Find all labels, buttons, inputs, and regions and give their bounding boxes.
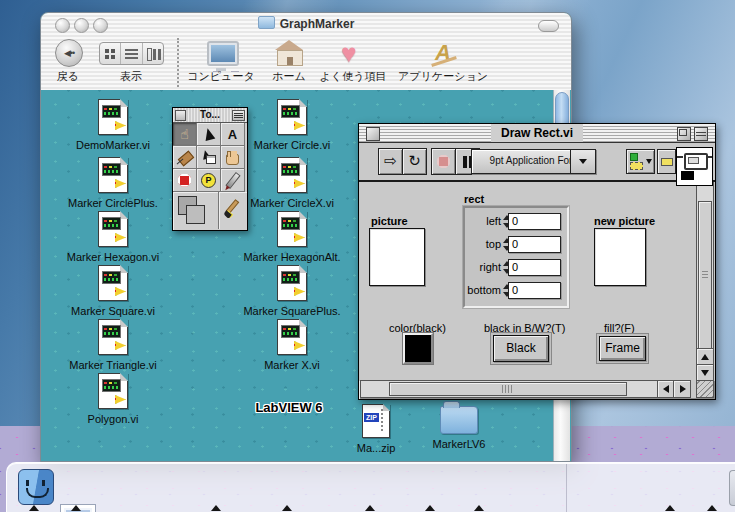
file-label: Marker Triangle.vi: [41, 359, 188, 371]
column-view-icon[interactable]: [143, 43, 163, 64]
running-indicator: [665, 505, 675, 511]
home-icon[interactable]: [277, 50, 303, 66]
file-icon-polygon[interactable]: Polygon.vi: [41, 373, 188, 425]
vi-file-icon: [277, 265, 307, 301]
rect-field-row: top 0: [465, 236, 561, 253]
bw-label: black in B/W?(T): [484, 322, 565, 334]
vi-icon-pane[interactable]: [676, 147, 713, 186]
desktop-screen: GraphMarker ◀•• 戻る 表示 コンピュータ ホーム ♥ よく使う項…: [0, 0, 735, 512]
frame-button[interactable]: Frame: [599, 336, 646, 361]
back-button[interactable]: ◀••: [55, 39, 83, 67]
font-selector[interactable]: 9pt Application Font: [471, 149, 596, 174]
icon-view-icon[interactable]: [100, 43, 121, 64]
right-field[interactable]: 0: [508, 259, 561, 276]
run-button[interactable]: ⇨: [378, 148, 403, 175]
close-box[interactable]: [366, 127, 380, 141]
operate-value-tool[interactable]: ☝: [173, 123, 197, 146]
abort-button[interactable]: [431, 148, 456, 175]
set-color-tool[interactable]: [173, 192, 219, 229]
probe-icon: P: [201, 173, 216, 188]
file-icon-demomarker[interactable]: DemoMarker.vi: [41, 99, 188, 151]
vi-file-icon: [277, 319, 307, 355]
file-label: Marker HexagonAlt.: [217, 251, 367, 263]
file-icon-marker-triangle[interactable]: Marker Triangle.vi: [41, 319, 188, 371]
field-name: left: [486, 215, 501, 227]
favorites-heart-icon[interactable]: ♥: [341, 41, 356, 65]
vertical-scroll-thumb[interactable]: [698, 201, 712, 349]
align-icon: [630, 153, 638, 161]
palette-title: To...: [200, 109, 220, 120]
toolbar-toggle-button[interactable]: [538, 20, 559, 32]
finder-window-chrome: GraphMarker ◀•• 戻る 表示 コンピュータ ホーム ♥ よく使う項…: [41, 13, 571, 91]
partial-dock-icon[interactable]: [729, 470, 735, 506]
breakpoint-tool[interactable]: [173, 169, 197, 192]
file-icon-marker-square[interactable]: Marker Square.vi: [41, 265, 188, 317]
rect-cluster: left 0 top 0 right 0 bottom 0: [463, 206, 569, 308]
wire-tool[interactable]: [173, 146, 197, 169]
running-indicator: [211, 505, 221, 511]
zoom-box[interactable]: [677, 127, 691, 141]
folder-icon: [440, 406, 478, 434]
output-arrow-icon: [706, 156, 712, 158]
draw-rect-window: Draw Rect.vi ⇨ ↻ 9pt Application Font: [358, 123, 716, 400]
file-label: Marker CirclePlus.: [41, 197, 188, 209]
file-icon-marker-circleplus[interactable]: Marker CirclePlus.: [41, 157, 188, 209]
shortcut-menu-tool[interactable]: [197, 146, 221, 169]
running-indicator: [282, 505, 292, 511]
font-dropdown-segment[interactable]: [570, 150, 595, 173]
top-field[interactable]: 0: [508, 236, 561, 253]
fill-label: fill?(F): [604, 322, 635, 334]
folder-icon-markerlv6[interactable]: MarkerLV6: [419, 406, 499, 450]
applications-icon[interactable]: A: [435, 42, 451, 64]
probe-tool[interactable]: P: [197, 169, 221, 192]
color-copy-tool[interactable]: [221, 169, 245, 192]
distribute-objects-button[interactable]: [657, 149, 676, 174]
run-continuously-button[interactable]: ↻: [402, 148, 427, 175]
hand-icon: [226, 154, 239, 165]
horizontal-scroll-thumb[interactable]: [389, 382, 627, 396]
color-swatch[interactable]: [403, 333, 433, 364]
bottom-field[interactable]: 0: [508, 282, 561, 299]
paintbrush-tool[interactable]: [219, 192, 247, 229]
computer-icon[interactable]: [207, 41, 239, 66]
draw-rect-titlebar[interactable]: Draw Rect.vi: [359, 124, 715, 143]
run-arrow-icon: ⇨: [384, 152, 397, 169]
left-field[interactable]: 0: [508, 213, 561, 230]
resize-grip[interactable]: [696, 380, 714, 398]
palette-menu-icon[interactable]: [232, 110, 245, 121]
position-tool[interactable]: [197, 123, 221, 146]
vi-file-icon: [98, 99, 128, 135]
labview-dock-label: LabVIEW 6: [243, 400, 335, 415]
stop-octagon-icon: [178, 174, 191, 187]
zip-badge: ZIP: [364, 413, 379, 422]
scroll-tool[interactable]: [221, 146, 245, 169]
running-indicator: [365, 505, 375, 511]
file-icon-zip[interactable]: ZIP Ma...zip: [336, 404, 416, 454]
file-label: Ma...zip: [336, 442, 416, 454]
scroll-right-button[interactable]: [673, 380, 691, 398]
vi-file-icon: [98, 373, 128, 409]
picture-control[interactable]: [369, 228, 425, 286]
background-color-swatch[interactable]: [186, 205, 205, 224]
applications-label[interactable]: アプリケーション: [388, 69, 498, 84]
running-indicator: [707, 505, 717, 511]
palette-bottom-row: [173, 192, 247, 229]
edit-text-tool[interactable]: A: [221, 123, 245, 146]
finder-dock-icon[interactable]: [18, 469, 54, 505]
file-icon-marker-x[interactable]: Marker X.vi: [217, 319, 367, 371]
eyedropper-icon: [225, 171, 240, 188]
palette-titlebar[interactable]: To...: [173, 108, 247, 123]
horizontal-scrollbar[interactable]: [360, 380, 658, 398]
vertical-scrollbar[interactable]: [696, 182, 714, 382]
view-switcher[interactable]: [99, 42, 164, 65]
folder-icon: [258, 16, 275, 29]
file-icon-marker-squareplus[interactable]: Marker SquarePlus.: [217, 265, 367, 317]
new-picture-label: new picture: [594, 215, 655, 227]
collapse-box[interactable]: [694, 127, 708, 141]
chevron-down-icon: [579, 159, 587, 164]
file-icon-marker-hexagon[interactable]: Marker Hexagon.vi: [41, 211, 188, 263]
list-view-icon[interactable]: [121, 43, 142, 64]
black-button[interactable]: Black: [493, 335, 549, 362]
align-objects-button[interactable]: [626, 149, 655, 174]
palette-close-box[interactable]: [175, 110, 186, 121]
